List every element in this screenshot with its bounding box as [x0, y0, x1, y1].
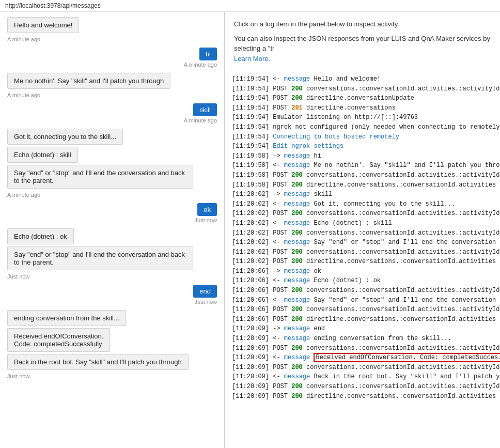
log-link-msg[interactable]: message: [284, 354, 310, 361]
timestamp: A minute ago: [7, 192, 217, 198]
chat-message-bot: Got it, connecting you to the skill...: [7, 129, 123, 145]
log-entry: [11:19:54] POST 201 directline.conversat…: [232, 103, 493, 113]
bubble-user: ok: [197, 203, 217, 216]
log-link-ngrok[interactable]: Edit ngrok settings: [273, 143, 343, 150]
log-entry[interactable]: [11:20:06] <- message Echo (dotnet) : ok: [232, 276, 493, 286]
log-link-msg[interactable]: message: [284, 191, 310, 198]
log-entry: [11:20:02] POST 200 conversations.:conve…: [232, 248, 493, 257]
log-entry: [11:20:06] POST 200 conversations.:conve…: [232, 286, 493, 296]
log-entry: [11:19:58] POST 200 conversations.:conve…: [232, 171, 493, 180]
info-section: Click on a log item in the panel below t…: [225, 12, 500, 69]
log-link-connect[interactable]: Connecting to bots hosted remotely: [273, 133, 399, 141]
log-link-msg[interactable]: message: [284, 75, 310, 83]
timestamp-right: Just now: [195, 299, 217, 305]
bubble-user: skill: [193, 103, 217, 116]
timestamp-right: A minute ago: [184, 61, 217, 68]
bubble-user: end: [193, 285, 217, 298]
bubble-bot: Received endOfConversation. Code: comple…: [7, 328, 110, 352]
url-bar: http://localhost:3978/api/messages: [0, 0, 500, 12]
chat-message-bot: Say "end" or "stop" and I'll end the con…: [7, 165, 193, 189]
bubble-bot: Hello and welcome!: [7, 17, 79, 33]
log-panel: Click on a log item in the panel below t…: [225, 12, 500, 448]
bubble-bot: Got it, connecting you to the skill...: [7, 129, 123, 145]
log-entry[interactable]: [11:19:54] <- message Hello and welcome!: [232, 74, 493, 84]
chat-message-user: endJust now: [193, 285, 217, 308]
log-link-msg[interactable]: message: [284, 268, 310, 275]
log-entry[interactable]: [11:20:02] -> message skill: [232, 190, 493, 199]
log-entry: [11:20:09] POST 200 conversations.:conve…: [232, 344, 493, 353]
chat-panel: Hello and welcome!A minute agohiA minute…: [0, 12, 225, 448]
chat-message-bot: ending conversation from the skill...: [7, 310, 126, 326]
log-entry: [11:20:02] POST 200 conversations.:conve…: [232, 228, 493, 238]
chat-message-user: skillA minute ago: [184, 103, 217, 127]
log-entry: [11:19:58] POST 200 directline.conversat…: [232, 180, 493, 190]
bubble-user: hi: [199, 48, 217, 60]
chat-message-bot: Me no nothin'. Say "skill" and I'll patc…: [7, 73, 170, 89]
log-entry[interactable]: [11:19:54] Edit ngrok settings: [232, 142, 493, 151]
bubble-bot: ending conversation from the skill...: [7, 310, 126, 326]
log-entry: [11:20:06] POST 200 directline.conversat…: [232, 315, 493, 325]
log-entry: [11:20:09] POST 200 directline.conversat…: [232, 392, 493, 401]
chat-message-user: okJust now: [195, 203, 217, 226]
log-entry[interactable]: [11:20:02] <- message Say "end" or "stop…: [232, 238, 493, 248]
log-entry: [11:20:02] POST 200 directline.conversat…: [232, 257, 493, 267]
info-line1: Click on a log item in the panel below t…: [234, 19, 491, 29]
log-entry: [11:20:02] POST 200 conversations.:conve…: [232, 209, 493, 219]
log-entry: [11:19:54] ngrok not configured (only ne…: [232, 122, 493, 132]
chat-message-user: hiA minute ago: [184, 48, 217, 71]
timestamp: A minute ago: [7, 36, 217, 42]
chat-message-bot: Say "end" or "stop" and I'll end the con…: [7, 246, 193, 270]
log-entry[interactable]: [11:20:06] -> message ok: [232, 267, 493, 276]
chat-message-bot: Back in the root bot. Say "skill" and I'…: [7, 354, 189, 370]
info-line2: You can also inspect the JSON responses …: [234, 34, 491, 54]
log-link-msg[interactable]: message: [284, 220, 310, 227]
log-entry: [11:19:54] POST 200 conversations.:conve…: [232, 84, 493, 94]
log-section: [11:19:54] <- message Hello and welcome!…: [225, 69, 500, 448]
learn-more-link[interactable]: Learn More.: [234, 54, 491, 64]
bubble-bot: Back in the root bot. Say "skill" and I'…: [7, 354, 189, 370]
log-entry: [11:20:06] POST 200 conversations.:conve…: [232, 305, 493, 315]
log-entry[interactable]: [11:20:09] <- message Received endOfConv…: [232, 353, 493, 363]
log-entry[interactable]: [11:20:06] <- message Say "end" or "stop…: [232, 296, 493, 305]
chat-message-bot: Received endOfConversation. Code: comple…: [7, 328, 110, 352]
log-link-msg[interactable]: message: [284, 335, 310, 342]
log-link-msg[interactable]: message: [284, 200, 310, 208]
log-entry[interactable]: [11:20:09] <- message Back in the root b…: [232, 372, 493, 382]
log-entry[interactable]: [11:20:02] <- message Echo (dotnet) : sk…: [232, 219, 493, 228]
log-link-msg[interactable]: message: [284, 152, 310, 160]
timestamp-right: Just now: [195, 217, 217, 223]
log-entry[interactable]: [11:19:58] -> message hi: [232, 151, 493, 161]
chat-message-bot: Echo (dotnet) : skill: [7, 147, 78, 163]
log-entry: [11:19:54] POST 200 directline.conversat…: [232, 94, 493, 103]
main-area: Hello and welcome!A minute agohiA minute…: [0, 12, 500, 448]
log-link-msg[interactable]: message: [284, 373, 310, 380]
log-entry[interactable]: [11:20:02] <- message Got it, connecting…: [232, 199, 493, 209]
log-entry: [11:20:09] POST 200 conversations.:conve…: [232, 363, 493, 373]
timestamp: Just now: [7, 373, 217, 379]
log-entry[interactable]: [11:20:09] <- message ending conversatio…: [232, 334, 493, 344]
timestamp: Just now: [7, 273, 217, 280]
chat-message-bot: Echo (dotnet) : ok: [7, 228, 74, 244]
bubble-bot: Me no nothin'. Say "skill" and I'll patc…: [7, 73, 170, 89]
chat-message-bot: Hello and welcome!: [7, 17, 79, 33]
log-link-msg[interactable]: message: [284, 162, 310, 169]
log-link-msg[interactable]: message: [284, 325, 310, 332]
bubble-bot: Echo (dotnet) : skill: [7, 147, 78, 163]
log-entry: [11:19:54] Emulator listening on http://…: [232, 113, 493, 122]
log-entry: [11:20:09] POST 200 conversations.:conve…: [232, 382, 493, 392]
bubble-bot: Say "end" or "stop" and I'll end the con…: [7, 165, 193, 189]
log-entry[interactable]: [11:20:09] -> message end: [232, 324, 493, 334]
log-link-msg[interactable]: message: [284, 277, 310, 284]
timestamp: A minute ago: [7, 92, 217, 98]
url-text: http://localhost:3978/api/messages: [5, 2, 101, 9]
bubble-bot: Say "end" or "stop" and I'll end the con…: [7, 246, 193, 270]
log-entry[interactable]: [11:19:58] <- message Me no nothin'. Say…: [232, 161, 493, 171]
timestamp-right: A minute ago: [184, 117, 217, 123]
log-link-msg[interactable]: message: [284, 239, 310, 246]
log-entry[interactable]: [11:19:54] Connecting to bots hosted rem…: [232, 132, 493, 142]
log-link-msg[interactable]: message: [284, 297, 310, 304]
bubble-bot: Echo (dotnet) : ok: [7, 228, 74, 244]
